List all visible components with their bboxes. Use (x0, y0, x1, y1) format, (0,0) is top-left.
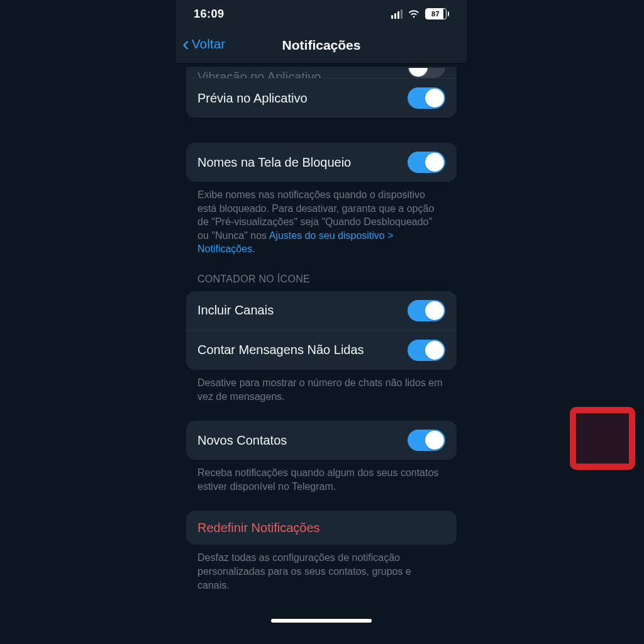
home-indicator[interactable] (271, 619, 372, 623)
wifi-icon (408, 9, 420, 19)
footer-redefinir: Desfaz todas as configurações de notific… (176, 545, 467, 592)
toggle-previa[interactable] (408, 87, 445, 109)
footer-contador: Desative para mostrar o número de chats … (176, 370, 467, 403)
group-lockscreen: Nomes na Tela de Bloqueio (186, 143, 457, 182)
nav-bar: ‹ Voltar Notificações (176, 28, 467, 63)
row-contar-nao-lidas[interactable]: Contar Mensagens Não Lidas (186, 330, 457, 370)
phone-frame: 16:09 87 ‹ Voltar Notificações (176, 0, 467, 629)
row-incluir-canais[interactable]: Incluir Canais (186, 291, 457, 330)
group-redefinir: Redefinir Notificações (186, 511, 457, 545)
page-root: 16:09 87 ‹ Voltar Notificações (0, 0, 644, 644)
battery-icon: 87 (425, 8, 450, 19)
toggle-nomes-bloqueio[interactable] (408, 152, 445, 173)
settings-content[interactable]: Vibração no Aplicativo Prévia no Aplicat… (176, 67, 467, 617)
group-contador: Incluir Canais Contar Mensagens Não Lida… (186, 291, 457, 370)
status-time: 16:09 (194, 8, 225, 21)
row-redefinir[interactable]: Redefinir Notificações (186, 511, 457, 545)
footer-lockscreen: Exibe nomes nas notificações quando o di… (176, 182, 467, 256)
row-novos-contatos[interactable]: Novos Contatos (186, 421, 457, 460)
toggle-incluir-canais[interactable] (408, 300, 445, 321)
group-inapp: Vibração no Aplicativo Prévia no Aplicat… (186, 67, 457, 118)
status-bar: 16:09 87 (176, 0, 467, 28)
toggle-novos-contatos[interactable] (408, 430, 445, 451)
section-header-contador: CONTADOR NO ÍCONE (176, 256, 467, 291)
tutorial-highlight (570, 407, 635, 470)
battery-percent: 87 (431, 10, 440, 18)
toggle-vibration[interactable] (408, 68, 445, 78)
row-vibration[interactable]: Vibração no Aplicativo (186, 67, 457, 78)
status-right: 87 (391, 8, 450, 19)
footer-novos-contatos: Receba notificações quando algum dos seu… (176, 460, 467, 493)
page-title: Notificações (176, 38, 467, 53)
toggle-contar-nao-lidas[interactable] (408, 340, 445, 361)
row-previa[interactable]: Prévia no Aplicativo (186, 78, 457, 118)
row-nomes-bloqueio[interactable]: Nomes na Tela de Bloqueio (186, 143, 457, 182)
group-novos-contatos: Novos Contatos (186, 421, 457, 460)
cellular-bars-icon (391, 9, 402, 19)
